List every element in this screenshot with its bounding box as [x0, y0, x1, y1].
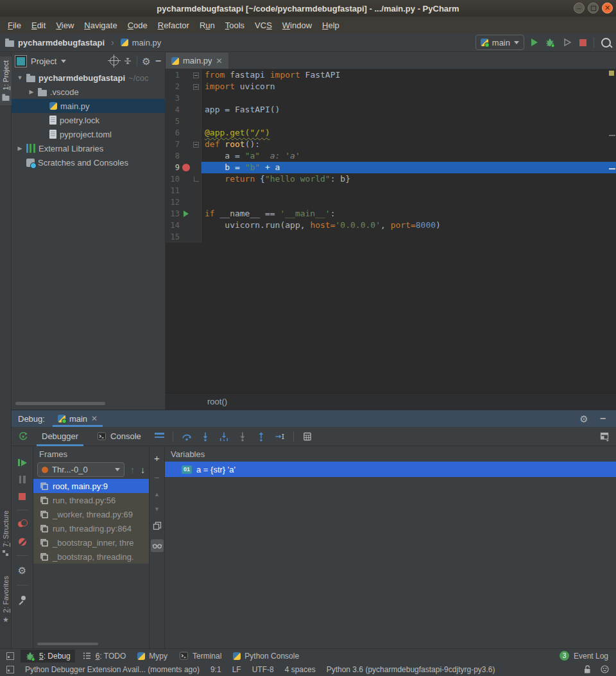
- variable-row[interactable]: 01a = {str} 'a': [165, 462, 616, 477]
- fold-end-icon[interactable]: [194, 177, 199, 182]
- gutter[interactable]: 14: [166, 220, 201, 231]
- menu-edit[interactable]: Edit: [26, 19, 51, 32]
- hector-inspections-icon[interactable]: [600, 664, 610, 674]
- hide-panel-icon[interactable]: −: [155, 56, 161, 66]
- gutter[interactable]: 6: [166, 127, 201, 139]
- view-breakpoints-icon[interactable]: [18, 521, 24, 527]
- gear-icon[interactable]: ⚙: [142, 56, 150, 66]
- step-out-icon[interactable]: [256, 431, 266, 442]
- collapse-all-icon[interactable]: [123, 56, 132, 65]
- toolwindow-python-console[interactable]: Python Console: [228, 650, 304, 662]
- code-text[interactable]: @app.get("/"): [201, 127, 616, 139]
- run-to-cursor-icon[interactable]: [275, 431, 285, 442]
- tab-debugger[interactable]: Debugger: [37, 427, 83, 446]
- close-session-icon[interactable]: ✕: [91, 414, 98, 423]
- code-line-12[interactable]: 12: [166, 196, 616, 208]
- code-line-5[interactable]: 5: [166, 116, 616, 127]
- gutter[interactable]: 4: [166, 104, 201, 116]
- stripe-tab-favorites[interactable]: 2: Favorites ★: [0, 576, 12, 624]
- project-panel-title[interactable]: Project: [31, 56, 56, 66]
- inspection-indicator[interactable]: [609, 71, 614, 76]
- close-tab-icon[interactable]: ✕: [216, 56, 223, 65]
- code-line-15[interactable]: 15: [166, 231, 616, 243]
- menu-help[interactable]: Help: [317, 19, 345, 32]
- search-everywhere-icon[interactable]: [601, 38, 611, 48]
- thread-selector[interactable]: Thr...-0_0: [37, 462, 124, 477]
- remove-watch-icon[interactable]: −: [154, 472, 160, 483]
- run-with-coverage-button[interactable]: [562, 37, 572, 48]
- expander-icon[interactable]: ▶: [28, 89, 35, 95]
- breakpoint-icon[interactable]: [182, 164, 190, 171]
- add-watch-icon[interactable]: +: [154, 453, 160, 464]
- breadcrumb-file[interactable]: main.py: [132, 38, 162, 48]
- code-area[interactable]: 1from fastapi import FastAPI2import uvic…: [166, 69, 616, 243]
- stop-button[interactable]: [579, 39, 586, 46]
- code-line-11[interactable]: 11: [166, 185, 616, 196]
- gutter[interactable]: 9: [166, 162, 201, 173]
- menu-code[interactable]: Code: [123, 19, 153, 32]
- minimize-button[interactable]: –: [574, 3, 585, 13]
- run-line-icon[interactable]: [184, 211, 189, 217]
- run-configuration-select[interactable]: main: [475, 35, 524, 50]
- gutter[interactable]: 1: [166, 69, 201, 81]
- gutter[interactable]: 10: [166, 173, 201, 185]
- code-text[interactable]: a = "a" a: 'a': [201, 150, 616, 162]
- frame-row[interactable]: _bootstrap, threading.: [33, 550, 149, 564]
- code-line-6[interactable]: 6@app.get("/"): [166, 127, 616, 139]
- event-log-button[interactable]: 3Event Log: [560, 651, 616, 661]
- gutter[interactable]: 8: [166, 150, 201, 162]
- step-into-my-code-icon[interactable]: [219, 431, 229, 442]
- debug-button[interactable]: [545, 37, 555, 48]
- move-up-icon[interactable]: ▲: [154, 491, 160, 498]
- code-text[interactable]: [201, 231, 616, 243]
- caret-position[interactable]: 9:1: [210, 665, 221, 674]
- menu-window[interactable]: Window: [277, 19, 317, 32]
- hide-panel-icon[interactable]: −: [600, 413, 606, 424]
- tree-item--vscode[interactable]: ▶.vscode: [12, 85, 165, 99]
- gear-icon[interactable]: ⚙: [579, 414, 588, 424]
- menu-view[interactable]: View: [51, 19, 79, 32]
- code-line-1[interactable]: 1from fastapi import FastAPI: [166, 69, 616, 81]
- fold-marker-icon[interactable]: [193, 142, 199, 148]
- code-line-14[interactable]: 14 uvicorn.run(app, host='0.0.0.0', port…: [166, 220, 616, 231]
- frame-row[interactable]: _bootstrap_inner, thre: [33, 535, 149, 550]
- code-text[interactable]: import uvicorn: [201, 81, 616, 92]
- menu-navigate[interactable]: Navigate: [79, 19, 122, 32]
- gutter[interactable]: 15: [166, 231, 201, 243]
- menu-vcs[interactable]: VCS: [250, 19, 277, 32]
- frame-row[interactable]: root, main.py:9: [33, 479, 149, 493]
- code-line-10[interactable]: 10 return {"hello world": b}: [166, 173, 616, 185]
- horizontal-scrollbar[interactable]: [37, 643, 98, 645]
- step-into-icon[interactable]: [200, 431, 210, 442]
- code-text[interactable]: app = FastAPI(): [201, 104, 616, 116]
- code-text[interactable]: uvicorn.run(app, host='0.0.0.0', port=80…: [201, 220, 616, 231]
- editor-tab-main-py[interactable]: main.py ✕: [166, 53, 228, 69]
- code-text[interactable]: return {"hello world": b}: [201, 173, 616, 185]
- editor-breadcrumbs[interactable]: root(): [166, 393, 616, 410]
- toolwindow-terminal[interactable]: Terminal: [175, 650, 226, 662]
- code-line-13[interactable]: 13if __name__ == '__main__':: [166, 208, 616, 220]
- frame-row[interactable]: _worker, thread.py:69: [33, 507, 149, 521]
- stripe-tab-project[interactable]: 1: Project: [0, 56, 12, 105]
- gutter[interactable]: 5: [166, 116, 201, 127]
- pause-icon[interactable]: [19, 476, 26, 483]
- tool-window-toggle-icon[interactable]: [6, 666, 14, 673]
- run-button[interactable]: [531, 39, 538, 46]
- code-text[interactable]: [201, 92, 616, 104]
- chevron-down-icon[interactable]: [61, 60, 66, 63]
- locate-file-icon[interactable]: [110, 56, 119, 65]
- tab-console[interactable]: Console: [92, 427, 146, 446]
- code-text[interactable]: if __name__ == '__main__':: [201, 208, 616, 220]
- show-watches-icon[interactable]: [151, 539, 164, 552]
- menu-refactor[interactable]: Refactor: [153, 19, 194, 32]
- gutter[interactable]: 11: [166, 185, 201, 196]
- tree-item-poetry-lock[interactable]: poetry.lock: [12, 113, 165, 127]
- tree-item-main-py[interactable]: main.py: [12, 99, 165, 113]
- gutter[interactable]: 13: [166, 208, 201, 220]
- tree-item-scratches-and-consoles[interactable]: Scratches and Consoles: [12, 155, 165, 169]
- tool-window-toggle-icon[interactable]: [6, 652, 14, 660]
- expander-icon[interactable]: ▶: [17, 145, 23, 152]
- debug-session-tab[interactable]: main ✕: [53, 410, 103, 427]
- mute-breakpoints-icon[interactable]: [19, 538, 26, 546]
- debug-settings-icon[interactable]: ⚙: [18, 566, 26, 575]
